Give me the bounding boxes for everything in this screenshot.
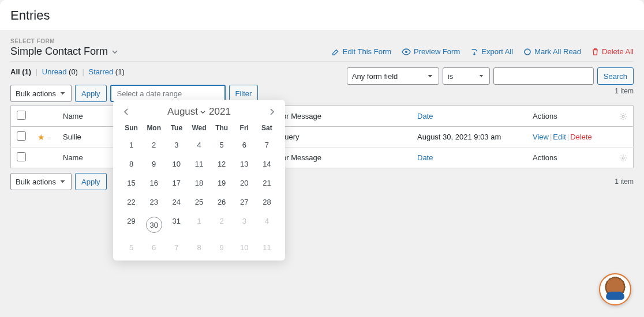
item-count-top: 1 item	[615, 87, 634, 95]
star-icon[interactable]: ★	[38, 133, 45, 142]
select-form-label: SELECT FORM	[10, 38, 634, 44]
search-button[interactable]: Search	[597, 67, 634, 85]
calendar-day[interactable]: 5	[120, 238, 143, 257]
preview-form-link[interactable]: Preview Form	[402, 47, 460, 56]
calendar-day[interactable]: 27	[233, 193, 256, 212]
row-delete-link[interactable]: Delete	[570, 133, 592, 141]
col-date-foot[interactable]: Date	[411, 148, 527, 168]
calendar-day[interactable]: 8	[120, 154, 143, 173]
dow-label: Sat	[256, 122, 278, 135]
calendar-day[interactable]: 14	[256, 154, 278, 173]
calendar-day[interactable]: 28	[256, 193, 278, 212]
status-all[interactable]: All (1)	[10, 67, 31, 76]
apply-button-bottom[interactable]: Apply	[75, 173, 107, 190]
row-edit-link[interactable]: Edit	[553, 133, 566, 141]
mark-all-read-link[interactable]: Mark All Read	[523, 47, 581, 56]
help-mascot-button[interactable]	[599, 273, 631, 305]
calendar-day[interactable]: 4	[256, 212, 278, 238]
export-all-link[interactable]: Export All	[470, 47, 513, 56]
calendar-day[interactable]: 1	[120, 135, 143, 154]
table-row[interactable]: ★○ Sullie Pre-Sale Query August 30, 2021…	[11, 127, 634, 148]
export-icon	[470, 48, 478, 56]
calendar-day[interactable]: 8	[188, 238, 210, 257]
calendar-day[interactable]: 10	[165, 154, 188, 173]
calendar-day[interactable]: 22	[120, 193, 143, 212]
svg-point-0	[405, 51, 407, 53]
pencil-icon	[332, 48, 340, 56]
calendar-day[interactable]: 5	[211, 135, 233, 154]
calendar-day[interactable]: 31	[165, 212, 188, 238]
calendar-day[interactable]: 9	[211, 238, 233, 257]
calendar-day[interactable]: 3	[233, 212, 256, 238]
row-view-link[interactable]: View	[533, 133, 549, 141]
col-actions: Actions	[527, 106, 613, 127]
calendar-day[interactable]: 2	[143, 135, 165, 154]
edit-form-label: Edit This Form	[343, 47, 391, 56]
status-unread[interactable]: Unread (0)	[42, 67, 78, 76]
mark-all-read-label: Mark All Read	[534, 47, 581, 56]
gear-icon[interactable]	[619, 112, 627, 120]
read-indicator[interactable]: ○	[47, 135, 51, 141]
calendar-day[interactable]: 6	[233, 135, 256, 154]
dow-label: Mon	[143, 122, 165, 135]
calendar-day[interactable]: 7	[256, 135, 278, 154]
select-all-checkbox[interactable]	[17, 111, 26, 120]
col-date[interactable]: Date	[411, 106, 527, 127]
select-all-checkbox-bottom[interactable]	[17, 152, 26, 161]
field-select[interactable]: Any form field	[347, 67, 439, 85]
search-input[interactable]	[493, 67, 594, 85]
svg-point-3	[622, 157, 624, 159]
preview-form-label: Preview Form	[414, 47, 460, 56]
bulk-actions-select[interactable]: Bulk actions	[10, 85, 72, 102]
calendar-day[interactable]: 9	[143, 154, 165, 173]
apply-button[interactable]: Apply	[75, 85, 107, 102]
calendar-day[interactable]: 18	[188, 173, 210, 193]
page-title: Entries	[10, 8, 634, 23]
calendar-day[interactable]: 24	[165, 193, 188, 212]
delete-all-link[interactable]: Delete All	[591, 47, 634, 56]
calendar-day[interactable]: 3	[165, 135, 188, 154]
form-name-text: Simple Contact Form	[10, 46, 108, 58]
row-checkbox[interactable]	[17, 131, 26, 141]
calendar-day[interactable]: 1	[188, 212, 210, 238]
calendar-day[interactable]: 13	[233, 154, 256, 173]
calendar-day[interactable]: 11	[256, 238, 278, 257]
dow-label: Thu	[211, 122, 233, 135]
bulk-actions-select-bottom[interactable]: Bulk actions	[10, 173, 72, 190]
calendar-day[interactable]: 29	[120, 212, 143, 238]
calendar-day[interactable]: 30	[143, 212, 165, 238]
chevron-down-icon	[200, 110, 205, 115]
year-label[interactable]: 2021	[209, 106, 231, 118]
calendar-day[interactable]: 20	[233, 173, 256, 193]
calendar-day[interactable]: 4	[188, 135, 210, 154]
next-month-button[interactable]	[265, 105, 278, 118]
status-starred[interactable]: Starred (1)	[89, 67, 125, 76]
calendar-day[interactable]: 23	[143, 193, 165, 212]
calendar-day[interactable]: 21	[256, 173, 278, 193]
calendar-day[interactable]: 17	[165, 173, 188, 193]
form-selector[interactable]: Simple Contact Form	[10, 46, 118, 58]
calendar-day[interactable]: 7	[165, 238, 188, 257]
calendar-day[interactable]: 11	[188, 154, 210, 173]
calendar-day[interactable]: 2	[211, 212, 233, 238]
item-count-bottom: 1 item	[615, 178, 634, 186]
calendar-day[interactable]: 19	[211, 173, 233, 193]
calendar-day[interactable]: 10	[233, 238, 256, 257]
calendar-day[interactable]: 12	[211, 154, 233, 173]
entries-table: Name Comment or Message Date Actions ★○ …	[10, 105, 634, 168]
calendar-day[interactable]: 6	[143, 238, 165, 257]
calendar-day[interactable]: 25	[188, 193, 210, 212]
svg-point-1	[525, 49, 530, 55]
prev-month-button[interactable]	[120, 105, 133, 118]
calendar-day[interactable]: 26	[211, 193, 233, 212]
month-select[interactable]: August	[167, 106, 205, 118]
trash-icon	[591, 48, 599, 56]
calendar-day[interactable]: 16	[143, 173, 165, 193]
svg-point-2	[622, 115, 624, 118]
calendar-day[interactable]: 15	[120, 173, 143, 193]
dow-label: Fri	[233, 122, 256, 135]
operator-select[interactable]: is	[443, 67, 490, 85]
chevron-down-icon	[111, 48, 118, 55]
edit-form-link[interactable]: Edit This Form	[332, 47, 391, 56]
gear-icon[interactable]	[619, 154, 627, 162]
